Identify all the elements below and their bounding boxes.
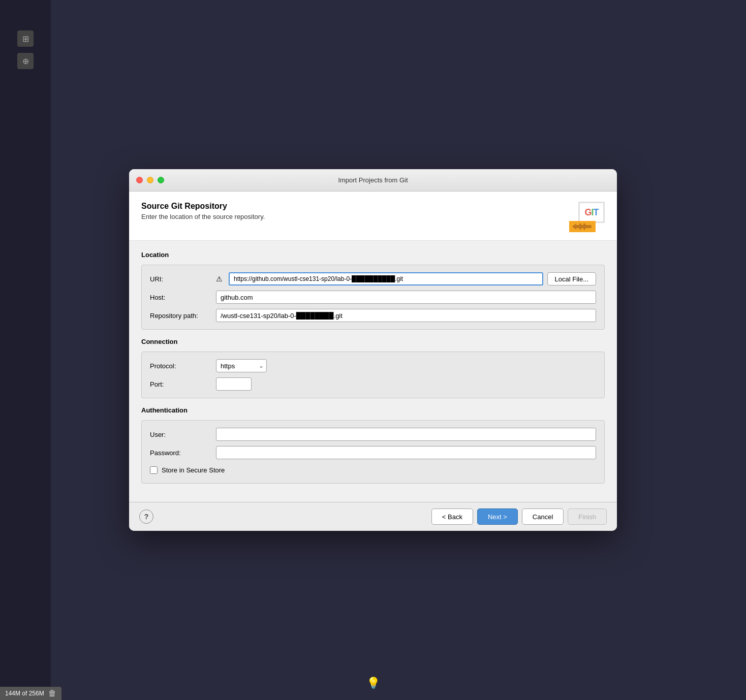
user-input[interactable] [216, 428, 596, 441]
bottom-bar: ? < Back Next > Cancel Finish [129, 502, 617, 531]
uri-input[interactable] [229, 272, 543, 285]
help-button[interactable]: ? [139, 510, 153, 524]
cancel-button[interactable]: Cancel [522, 508, 564, 525]
location-section: URI: ⚠ Local File... Host: Repository pa… [141, 265, 605, 330]
dialog-header: Source Git Repository Enter the location… [129, 192, 617, 241]
minimize-button[interactable] [147, 177, 153, 183]
port-input[interactable] [216, 377, 252, 391]
secure-store-row: Store in Secure Store [150, 464, 596, 476]
svg-rect-2 [579, 224, 581, 230]
host-label: Host: [150, 294, 216, 301]
repo-path-label: Repository path: [150, 312, 216, 320]
repo-path-input[interactable] [216, 309, 596, 322]
password-input[interactable] [216, 446, 596, 459]
secure-store-label: Store in Secure Store [162, 466, 225, 474]
memory-bar: 144M of 256M 🗑 [0, 687, 61, 700]
svg-marker-1 [572, 224, 576, 230]
back-button[interactable]: < Back [431, 508, 473, 525]
secure-store-checkbox[interactable] [150, 466, 158, 474]
uri-row: URI: ⚠ Local File... [150, 272, 596, 285]
connection-section-title: Connection [141, 338, 605, 345]
dialog-heading: Source Git Repository [141, 202, 265, 211]
connection-section: Protocol: https http git ssh Port: [141, 352, 605, 398]
sidebar-icon-2: ⊕ [17, 53, 34, 69]
host-input[interactable] [216, 291, 596, 304]
repo-path-row: Repository path: [150, 309, 596, 322]
uri-label: URI: [150, 275, 216, 283]
uri-warning-icon: ⚠ [216, 275, 223, 283]
lightbulb-icon: 💡 [366, 677, 380, 690]
maximize-button[interactable] [158, 177, 164, 183]
auth-section-title: Authentication [141, 406, 605, 414]
import-git-dialog: Import Projects from Git Source Git Repo… [129, 169, 617, 531]
dialog-subtitle: Enter the location of the source reposit… [141, 213, 265, 220]
host-row: Host: [150, 291, 596, 304]
trash-icon: 🗑 [48, 689, 56, 698]
svg-rect-3 [583, 224, 585, 230]
finish-button: Finish [568, 508, 607, 525]
memory-text: 144M of 256M [5, 690, 44, 697]
user-row: User: [150, 428, 596, 441]
user-label: User: [150, 431, 216, 438]
location-section-title: Location [141, 251, 605, 259]
title-bar: Import Projects from Git [129, 169, 617, 192]
protocol-row: Protocol: https http git ssh [150, 359, 596, 372]
protocol-label: Protocol: [150, 362, 216, 370]
port-label: Port: [150, 380, 216, 388]
next-button[interactable]: Next > [477, 508, 518, 525]
auth-section: User: Password: Store in Secure Store [141, 420, 605, 484]
protocol-select[interactable]: https http git ssh [216, 359, 267, 372]
sidebar-icon-1: ⊞ [17, 30, 34, 47]
password-row: Password: [150, 446, 596, 459]
password-label: Password: [150, 449, 216, 457]
window-title: Import Projects from Git [338, 176, 408, 184]
local-file-button[interactable]: Local File... [547, 272, 596, 285]
form-area: Location URI: ⚠ Local File... Host: [129, 241, 617, 502]
close-button[interactable] [136, 177, 143, 183]
port-row: Port: [150, 377, 596, 391]
protocol-select-wrapper: https http git ssh [216, 359, 267, 372]
git-icon: GIT [569, 202, 605, 232]
